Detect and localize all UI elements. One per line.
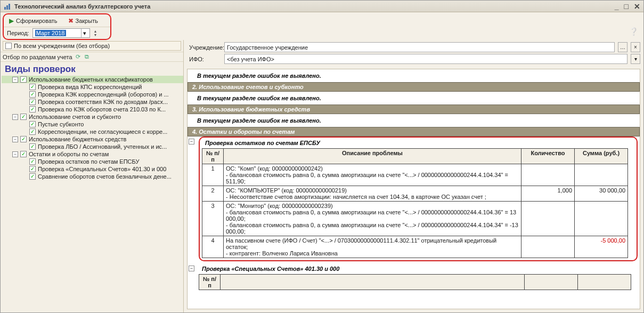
- tree-checkbox[interactable]: [29, 158, 36, 165]
- table-row[interactable]: 2ОС: "КОМПЬЮТЕР" (код: 000000000000219) …: [202, 186, 628, 202]
- svg-rect-1: [6, 5, 8, 10]
- cell-desc: ОС: "Монитор" (код: 000000000000239) - б…: [224, 202, 521, 236]
- toolbar-highlight-frame: ▶ Сформировать ✖ Закрыть Период: Март 20…: [4, 14, 110, 39]
- form-button[interactable]: ▶ Сформировать: [7, 16, 60, 26]
- table-row[interactable]: 3ОС: "Монитор" (код: 000000000000239) - …: [202, 202, 628, 236]
- tree-checkbox[interactable]: [20, 136, 27, 142]
- tree-leaf[interactable]: Проверка КЭК корреспонденций (оборотов) …: [2, 91, 183, 98]
- tree-checkbox[interactable]: [29, 99, 36, 105]
- tree-leaf[interactable]: Корреспонденции, не согласующиеся с корр…: [2, 128, 183, 135]
- th-sum: Сумма (руб.): [575, 149, 628, 164]
- th-desc-2: [221, 275, 525, 290]
- tree-twisty-icon[interactable]: −: [12, 114, 18, 120]
- org-select-button[interactable]: …: [618, 42, 627, 52]
- tree-item-label: Сравнение оборотов счетов безналичных де…: [38, 173, 172, 180]
- close-button-label: Закрыть: [76, 18, 98, 24]
- tree-leaf[interactable]: Проверка вида КПС корреспонденций: [2, 83, 183, 91]
- tree-leaf[interactable]: Проверка по КЭК оборотов счета 210.03 по…: [2, 106, 183, 113]
- ifo-field[interactable]: <без учета ИФО>: [224, 54, 627, 64]
- th-desc: Описание проблемы: [224, 149, 521, 164]
- tree-checkbox[interactable]: [29, 173, 36, 180]
- close-window-button[interactable]: ✕: [634, 2, 640, 11]
- section-expander-2[interactable]: −: [189, 266, 194, 271]
- tree-checkbox[interactable]: [20, 151, 27, 157]
- filter-copy-icon[interactable]: ⧉: [84, 53, 90, 60]
- th-num: № п/п: [202, 149, 224, 164]
- tree-leaf[interactable]: Сравнение оборотов счетов безналичных де…: [2, 173, 183, 180]
- th-sum-2: [578, 275, 631, 290]
- tree-item-label: Остатки и обороты по счетам: [29, 151, 109, 157]
- tree-item-label: Проверка КЭК корреспонденций (оборотов) …: [38, 91, 169, 98]
- tree-group[interactable]: −Остатки и обороты по счетам: [2, 150, 183, 158]
- org-field[interactable]: Государственное учреждение: [224, 42, 615, 52]
- cell-qty: [521, 164, 575, 186]
- tree-leaf[interactable]: Проверка соответствия КЭК по доходам /ра…: [2, 98, 183, 106]
- no-errors-2: В текущем разделе ошибок не выявлено.: [188, 92, 640, 105]
- cell-desc: ОС: "Комп" (код: 000000000000242) - бала…: [224, 164, 521, 186]
- filter-refresh-icon[interactable]: ⟳: [75, 53, 81, 60]
- svg-rect-2: [9, 4, 10, 10]
- org-value: Государственное учреждение: [227, 44, 308, 51]
- table-row[interactable]: 1ОС: "Комп" (код: 000000000000242) - бал…: [202, 164, 628, 186]
- tree-checkbox[interactable]: [29, 106, 36, 113]
- close-button[interactable]: ✖ Закрыть: [66, 16, 100, 26]
- all-orgs-checkbox-row[interactable]: По всем учреждениям (без отбора): [3, 41, 181, 51]
- cell-num: 3: [202, 202, 224, 236]
- chart-icon: [4, 3, 11, 10]
- tree-item-label: Корреспонденции, не согласующиеся с корр…: [38, 129, 167, 135]
- filter-label: Отбор по разделам учета: [3, 54, 72, 60]
- help-button[interactable]: ❔: [629, 27, 638, 36]
- tree-group[interactable]: −Использование бюджетных средств: [2, 135, 183, 143]
- tree-checkbox[interactable]: [29, 129, 36, 135]
- filter-toolbar: Отбор по разделам учета ⟳ ⧉: [1, 52, 183, 62]
- cell-num: 4: [202, 236, 224, 258]
- tree-twisty-icon[interactable]: −: [12, 137, 18, 142]
- ifo-label: ИФО:: [189, 56, 222, 62]
- cell-num: 2: [202, 186, 224, 202]
- tree-checkbox[interactable]: [20, 76, 27, 83]
- tree-leaf[interactable]: Проверка остатков по счетам ЕПСБУ: [2, 158, 183, 165]
- cell-sum: [575, 164, 628, 186]
- right-panel: Учреждение: Государственное учреждение ……: [184, 40, 643, 312]
- tree-checkbox[interactable]: [29, 143, 36, 150]
- table-row[interactable]: 4На пассивном счете (ИФО / Счет) "<...> …: [202, 236, 628, 258]
- tree-twisty-icon[interactable]: −: [12, 77, 18, 83]
- tree-leaf[interactable]: Пустые субконто: [2, 121, 183, 128]
- section-expander-1[interactable]: −: [189, 139, 194, 145]
- period-dropdown-button[interactable]: ▾: [81, 29, 88, 37]
- tree-item-label: Проверка ЛБО / Ассигнований, учтенных и …: [38, 143, 167, 150]
- play-icon: ▶: [9, 17, 14, 25]
- all-orgs-checkbox[interactable]: [5, 43, 12, 49]
- tree-leaf[interactable]: Проверка ЛБО / Ассигнований, учтенных и …: [2, 143, 183, 150]
- tree-leaf[interactable]: Проверка «Специальных Счетов» 401.30 и 0…: [2, 165, 183, 173]
- period-spin-down[interactable]: ▾: [94, 33, 96, 37]
- tree-checkbox[interactable]: [29, 121, 36, 127]
- tree-item-label: Пустые субконто: [38, 121, 84, 127]
- left-panel: По всем учреждениям (без отбора) Отбор п…: [1, 40, 184, 312]
- tree-group[interactable]: −Использование бюджетных классификаторов: [2, 76, 183, 83]
- org-clear-button[interactable]: ×: [631, 42, 640, 52]
- th-num-2: № п/п: [199, 275, 221, 290]
- tree-item-label: Проверка «Специальных Счетов» 401.30 и 0…: [38, 166, 166, 172]
- section-band-3: 3. Использование бюджетных средств: [188, 105, 640, 114]
- tree-checkbox[interactable]: [29, 91, 36, 98]
- tree-twisty-icon[interactable]: −: [12, 151, 18, 157]
- cell-qty: [521, 202, 575, 236]
- cell-qty: 1,000: [521, 186, 575, 202]
- maximize-button[interactable]: □: [624, 2, 629, 11]
- tree-item-label: Использование бюджетных средств: [29, 136, 126, 142]
- period-input[interactable]: Март 2018 ▾: [32, 28, 90, 38]
- ifo-dropdown-button[interactable]: ▾: [631, 54, 640, 64]
- results-highlight-frame: Проверка остатков по счетам ЕПСБУ № п/п …: [199, 137, 638, 261]
- results-table-2: № п/п: [199, 274, 631, 290]
- cell-desc: ОС: "КОМПЬЮТЕР" (код: 000000000000219) -…: [224, 186, 521, 202]
- checks-tree[interactable]: −Использование бюджетных классификаторов…: [1, 76, 183, 312]
- tree-checkbox[interactable]: [29, 166, 36, 172]
- tree-checkbox[interactable]: [29, 84, 36, 90]
- tree-checkbox[interactable]: [20, 114, 27, 120]
- minimize-button[interactable]: _: [615, 2, 619, 11]
- report-area[interactable]: В текущем разделе ошибок не выявлено. 2.…: [187, 69, 640, 309]
- window-title: Технологический анализ бухгалтерского уч…: [14, 3, 150, 10]
- tree-group[interactable]: −Использование счетов и субконто: [2, 113, 183, 121]
- checks-header: Виды проверок: [1, 62, 183, 76]
